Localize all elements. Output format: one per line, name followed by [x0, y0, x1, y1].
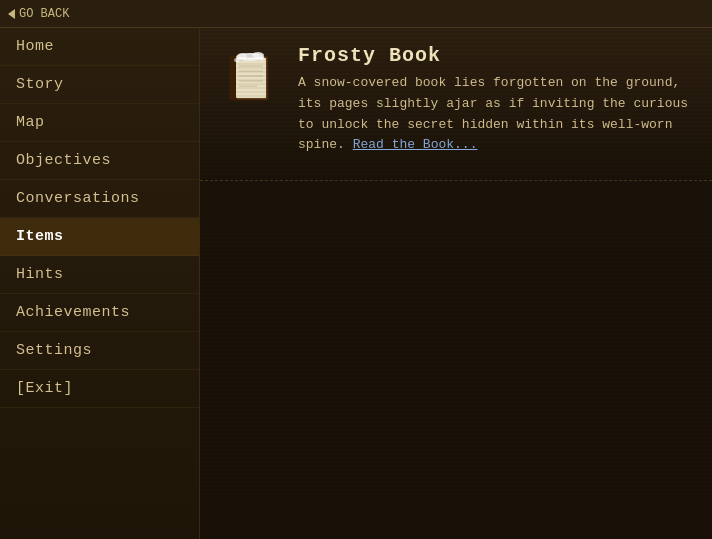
go-back-button[interactable]: GO BACK [8, 7, 69, 21]
sidebar-item-hints[interactable]: Hints [0, 256, 199, 294]
top-bar: GO BACK [0, 0, 712, 28]
sidebar-item-story[interactable]: Story [0, 66, 199, 104]
item-info: Frosty Book A snow-covered book lies for… [298, 44, 692, 156]
sidebar-item-settings[interactable]: Settings [0, 332, 199, 370]
sidebar-item-exit[interactable]: [Exit] [0, 370, 199, 408]
svg-rect-1 [230, 56, 237, 100]
go-back-label: GO BACK [19, 7, 69, 21]
item-header: Frosty Book A snow-covered book lies for… [220, 44, 692, 156]
book-icon [222, 46, 282, 106]
arrow-left-icon [8, 9, 15, 19]
item-icon [220, 44, 284, 108]
main-layout: Home Story Map Objectives Conversations … [0, 28, 712, 539]
sidebar-item-objectives[interactable]: Objectives [0, 142, 199, 180]
svg-rect-2 [236, 58, 266, 98]
content-area: Frosty Book A snow-covered book lies for… [200, 28, 712, 539]
sidebar-item-conversations[interactable]: Conversations [0, 180, 199, 218]
svg-point-12 [259, 57, 265, 61]
sidebar-item-map[interactable]: Map [0, 104, 199, 142]
sidebar-item-home[interactable]: Home [0, 28, 199, 66]
sidebar-item-achievements[interactable]: Achievements [0, 294, 199, 332]
item-description: A snow-covered book lies forgotten on th… [298, 73, 692, 156]
read-link[interactable]: Read the Book... [353, 137, 478, 152]
item-title: Frosty Book [298, 44, 692, 67]
sidebar-item-items[interactable]: Items [0, 218, 199, 256]
item-card: Frosty Book A snow-covered book lies for… [200, 28, 712, 181]
sidebar: Home Story Map Objectives Conversations … [0, 28, 200, 539]
svg-point-9 [237, 53, 247, 59]
svg-point-11 [234, 58, 240, 62]
